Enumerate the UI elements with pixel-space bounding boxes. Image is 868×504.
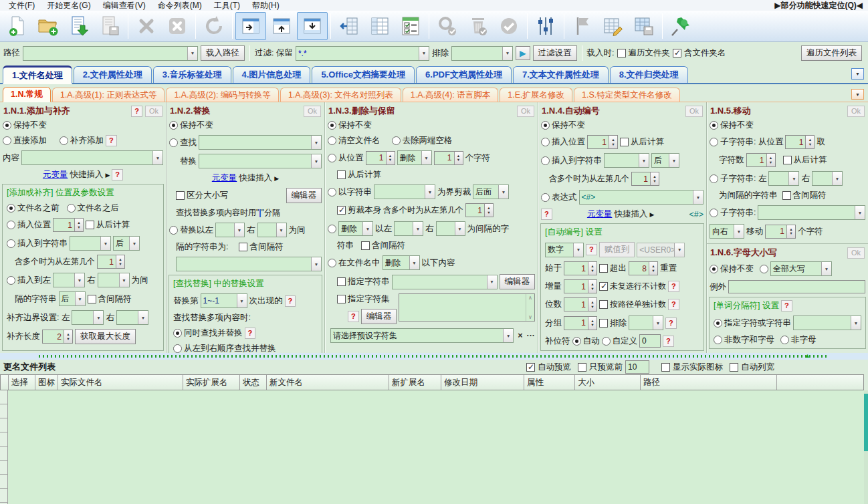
column-header-actual-name[interactable]: 实际文件名 xyxy=(58,375,183,390)
ok-button[interactable]: Ok xyxy=(304,106,321,117)
subtab-general[interactable]: 1.N.常规 xyxy=(3,87,51,102)
help-button[interactable]: ? xyxy=(668,281,679,292)
menu-tools[interactable]: 工具(T) xyxy=(208,0,246,11)
tab-music-tags[interactable]: 3.音乐标签处理 xyxy=(153,66,231,83)
panel-right-toggle-button[interactable] xyxy=(235,12,266,40)
walk-folders-checkbox[interactable] xyxy=(617,49,626,57)
tab-office-summary[interactable]: 5.Office文档摘要处理 xyxy=(312,66,415,83)
simultaneous-radio[interactable] xyxy=(173,329,182,338)
dropdown-arrow-icon[interactable] xyxy=(276,223,286,237)
dropdown-arrow-icon[interactable] xyxy=(573,243,583,257)
textarea-scroll-icons[interactable]: ∧∨ xyxy=(526,294,534,321)
spec-string-checkbox[interactable] xyxy=(337,277,346,286)
dropdown-arrow-icon[interactable] xyxy=(75,292,85,305)
right-sep-combobox[interactable] xyxy=(98,273,130,287)
dropdown-arrow-icon[interactable] xyxy=(100,237,110,250)
dropdown-arrow-icon[interactable] xyxy=(421,151,431,164)
subtab-special-types[interactable]: 1.S.特定类型文件名修改 xyxy=(574,88,680,102)
right-sep-combobox[interactable] xyxy=(257,223,287,237)
exclude-combobox[interactable] xyxy=(629,316,663,330)
delete-keep-combobox[interactable]: 删除 xyxy=(397,150,432,165)
insert-to-string-radio[interactable] xyxy=(541,156,550,165)
dropdown-arrow-icon[interactable] xyxy=(674,243,684,257)
find-combobox[interactable] xyxy=(199,135,322,150)
tab-filename[interactable]: 1.文件名处理 xyxy=(3,66,72,84)
dropdown-arrow-icon[interactable] xyxy=(502,47,512,60)
filter-settings-button[interactable]: 过滤设置 xyxy=(533,45,577,61)
auto-pad-radio[interactable] xyxy=(572,337,581,346)
show-real-icons-checkbox[interactable] xyxy=(661,363,670,372)
spec-set-checkbox[interactable] xyxy=(337,295,346,303)
help-button[interactable]: ? xyxy=(245,328,256,339)
file-list-body[interactable] xyxy=(0,390,864,504)
delete-all-button[interactable] xyxy=(162,12,193,40)
load-path-button[interactable]: 载入路径 xyxy=(201,45,245,61)
before-after-combobox[interactable]: 后 xyxy=(113,236,140,251)
dropdown-arrow-icon[interactable] xyxy=(639,154,649,167)
keep-unchanged-radio[interactable] xyxy=(710,265,718,273)
keep-unchanged-radio[interactable] xyxy=(541,121,550,130)
trim-spaces-radio[interactable] xyxy=(392,136,401,145)
direct-add-radio[interactable] xyxy=(3,136,11,145)
pad-left-combobox[interactable] xyxy=(72,310,104,325)
columns-left-button[interactable] xyxy=(334,12,364,40)
spinner-buttons[interactable] xyxy=(454,152,463,164)
dropdown-arrow-icon[interactable] xyxy=(734,225,744,238)
help-button[interactable]: ? xyxy=(106,135,117,146)
nth-spinner[interactable]: 1 xyxy=(631,172,659,186)
spinner-buttons[interactable] xyxy=(386,152,395,164)
dropdown-arrow-icon[interactable] xyxy=(409,256,419,269)
include-folder-name-checkbox[interactable] xyxy=(673,49,681,57)
check-list-button[interactable] xyxy=(395,12,426,40)
right-sep-combobox[interactable] xyxy=(436,221,465,236)
by-string-radio[interactable] xyxy=(328,188,336,197)
ok-button[interactable]: Ok xyxy=(847,247,865,259)
column-header-attrs[interactable]: 属性 xyxy=(524,375,575,390)
dropdown-arrow-icon[interactable] xyxy=(234,223,244,237)
help-button[interactable]: ? xyxy=(541,209,552,220)
subtab-script[interactable]: 1.A.高级(4): 语言脚本 xyxy=(403,88,498,102)
preview-first-checkbox[interactable] xyxy=(578,363,586,372)
front-rear-combobox[interactable]: 后面 xyxy=(473,184,509,199)
replace-combobox[interactable] xyxy=(199,154,322,168)
dropdown-arrow-icon[interactable] xyxy=(93,311,103,324)
char-count-spinner[interactable]: 1 xyxy=(746,153,776,167)
expand-arrow-icon[interactable]: ▶ xyxy=(274,175,279,182)
dropdown-arrow-icon[interactable] xyxy=(455,222,465,235)
left-sep-combobox[interactable] xyxy=(394,221,423,236)
include-sep-checkbox[interactable] xyxy=(361,241,370,250)
pad-add-radio[interactable] xyxy=(60,136,68,145)
expression-radio[interactable] xyxy=(541,193,550,202)
column-header-actual-ext[interactable]: 实际扩展名 xyxy=(183,375,240,390)
dropdown-arrow-icon[interactable] xyxy=(419,47,429,60)
walk-file-list-button[interactable]: 遍历文件列表 xyxy=(801,45,862,61)
menu-help[interactable]: 帮助(H) xyxy=(246,0,286,11)
occurrence-combobox[interactable]: 1~-1 xyxy=(201,293,247,308)
insert-pos-radio[interactable] xyxy=(7,221,15,229)
auto-preview-checkbox[interactable] xyxy=(526,363,535,372)
pad-length-spinner[interactable]: 2 xyxy=(42,330,73,344)
auto-column-width-checkbox[interactable] xyxy=(730,363,738,372)
in-name-radio[interactable] xyxy=(328,259,336,267)
tab-image-info[interactable]: 4.图片信息处理 xyxy=(233,66,311,83)
dropdown-arrow-icon[interactable] xyxy=(129,237,139,250)
delete-button[interactable] xyxy=(131,12,162,40)
from-position-radio[interactable] xyxy=(328,154,336,162)
spinner-buttons[interactable] xyxy=(64,330,72,343)
dropdown-arrow-icon[interactable] xyxy=(487,275,497,289)
subtab-encoding[interactable]: 1.A.高级(2): 编码与转换等 xyxy=(166,88,278,102)
start-spinner[interactable]: 1 xyxy=(564,261,597,275)
dropdown-arrow-icon[interactable] xyxy=(425,185,435,199)
help-button[interactable]: ? xyxy=(348,311,359,322)
splitter-collapse-icon[interactable]: ▲ xyxy=(804,352,810,359)
preset-charset-combobox[interactable]: 请选择预设字符集 xyxy=(330,328,514,343)
metavar-link[interactable]: 元变量 xyxy=(587,209,613,220)
substring-radio[interactable] xyxy=(710,209,718,217)
expand-arrow-icon[interactable]: ▶ xyxy=(649,211,654,218)
editor-button[interactable]: 编辑器 xyxy=(286,188,322,203)
editor-button[interactable]: 编辑器 xyxy=(361,309,397,324)
insert-pos-spinner[interactable]: 1 xyxy=(587,135,618,149)
flag-button[interactable] xyxy=(567,12,598,40)
dropdown-arrow-icon[interactable] xyxy=(74,273,84,287)
column-header-new-ext[interactable]: 新扩展名 xyxy=(389,375,441,390)
